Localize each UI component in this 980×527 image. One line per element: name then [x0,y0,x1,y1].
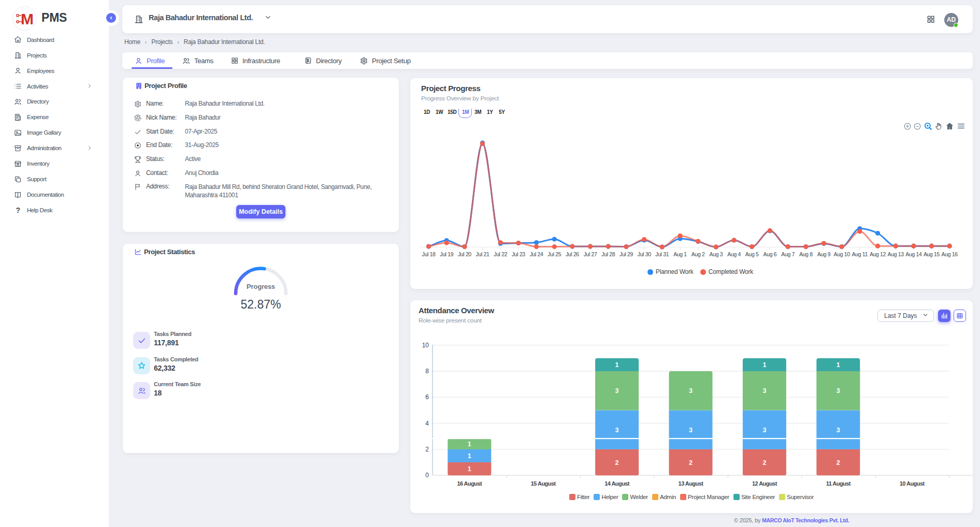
svg-text:Jul 28: Jul 28 [601,251,615,257]
svg-text:Aug 16: Aug 16 [942,251,958,257]
svg-text:3: 3 [689,427,693,434]
svg-text:3: 3 [762,387,766,394]
svg-text:1: 1 [615,361,619,369]
svg-text:3: 3 [615,387,619,394]
svg-text:1: 1 [837,361,840,369]
svg-text:Aug 4: Aug 4 [727,251,741,257]
svg-text:11 August: 11 August [826,480,851,487]
svg-text:10 August: 10 August [900,480,925,487]
svg-text:3: 3 [689,387,693,394]
svg-text:3: 3 [837,427,840,434]
svg-text:Jul 26: Jul 26 [566,251,579,257]
svg-text:Jul 23: Jul 23 [512,251,525,257]
svg-text:Aug 8: Aug 8 [799,251,813,257]
svg-text:M: M [21,10,34,27]
svg-text:2: 2 [425,446,429,453]
svg-text:0: 0 [425,472,429,479]
svg-text:10: 10 [422,342,429,349]
svg-text:1: 1 [468,441,471,448]
svg-text:Aug 9: Aug 9 [817,251,831,257]
svg-text:16 August: 16 August [457,480,482,487]
svg-text:Aug 5: Aug 5 [745,251,759,257]
svg-text:6: 6 [425,393,429,401]
svg-text:1: 1 [762,361,766,369]
svg-text:8: 8 [425,368,429,375]
svg-text:2: 2 [689,459,693,466]
svg-text:3: 3 [837,387,840,394]
svg-text:15 August: 15 August [531,480,556,487]
svg-text:Aug 11: Aug 11 [852,251,868,257]
svg-text:Aug 15: Aug 15 [924,251,940,257]
svg-text:Aug 14: Aug 14 [905,251,922,257]
svg-text:Jul 22: Jul 22 [494,251,507,257]
svg-text:Jul 29: Jul 29 [619,251,633,257]
svg-text:Jul 31: Jul 31 [655,251,669,257]
svg-text:Aug 6: Aug 6 [763,251,777,257]
svg-text:Jul 19: Jul 19 [440,251,453,257]
svg-text:14 August: 14 August [604,480,630,487]
svg-text:Jul 18: Jul 18 [422,251,436,257]
svg-text:1: 1 [468,452,471,460]
svg-text:2: 2 [762,459,766,466]
svg-text:Jul 27: Jul 27 [584,251,597,257]
svg-text:2: 2 [837,459,840,466]
svg-text:Jul 25: Jul 25 [547,251,561,257]
svg-text:Aug 13: Aug 13 [888,251,904,257]
svg-text:Aug 1: Aug 1 [673,251,687,257]
svg-text:13 August: 13 August [679,480,704,487]
svg-text:2: 2 [615,459,619,466]
svg-text:3: 3 [762,427,766,434]
svg-text:Aug 10: Aug 10 [834,251,851,257]
svg-text:12 August: 12 August [752,480,777,487]
svg-text:Jul 30: Jul 30 [638,251,651,257]
svg-text:4: 4 [425,420,429,427]
svg-text:Jul 20: Jul 20 [458,251,471,257]
svg-text:Aug 7: Aug 7 [781,251,795,257]
svg-text:1: 1 [468,465,471,473]
svg-text:Aug 2: Aug 2 [691,251,705,257]
svg-text:Jul 24: Jul 24 [530,251,543,257]
svg-text:3: 3 [615,427,619,434]
svg-text:Jul 21: Jul 21 [476,251,489,257]
svg-text:Aug 12: Aug 12 [870,251,886,257]
svg-text:Aug 3: Aug 3 [710,251,723,257]
